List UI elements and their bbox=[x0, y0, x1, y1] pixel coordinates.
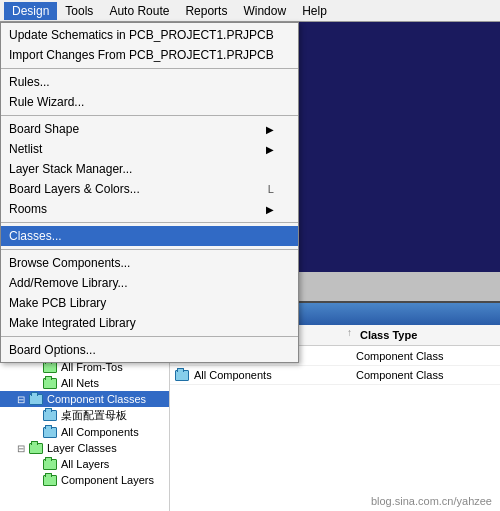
menu-item-netlist[interactable]: Netlist ▶ bbox=[1, 139, 298, 159]
menu-design[interactable]: Design bbox=[4, 2, 57, 20]
expand-icon-3 bbox=[28, 378, 42, 389]
menu-item-rooms[interactable]: Rooms ▶ bbox=[1, 199, 298, 219]
row-icon-1 bbox=[174, 368, 190, 382]
separator-4 bbox=[1, 249, 298, 250]
menu-reports[interactable]: Reports bbox=[177, 2, 235, 20]
tree-label-4: Component Classes bbox=[47, 393, 146, 405]
expand-icon-2 bbox=[28, 362, 42, 373]
expand-icon-7: ⊟ bbox=[14, 443, 28, 454]
menu-item-add-library[interactable]: Add/Remove Library... bbox=[1, 273, 298, 293]
tree-item-component-layers[interactable]: Component Layers bbox=[0, 472, 169, 488]
row-name-1: All Components bbox=[194, 369, 356, 381]
watermark: blog.sina.com.cn/yahzee bbox=[371, 495, 492, 507]
menu-help[interactable]: Help bbox=[294, 2, 335, 20]
expand-icon-6 bbox=[28, 427, 42, 438]
tree-label-6: All Components bbox=[61, 426, 139, 438]
submenu-arrow-rooms: ▶ bbox=[266, 204, 274, 215]
design-dropdown: Update Schematics in PCB_PROJECT1.PRJPCB… bbox=[0, 22, 299, 363]
folder-icon-3 bbox=[42, 376, 58, 390]
dropdown-menu: Update Schematics in PCB_PROJECT1.PRJPCB… bbox=[0, 22, 299, 363]
row-type-1: Component Class bbox=[356, 369, 496, 381]
menu-item-browse-components[interactable]: Browse Components... bbox=[1, 253, 298, 273]
separator-5 bbox=[1, 336, 298, 337]
menu-autoroute[interactable]: Auto Route bbox=[101, 2, 177, 20]
tree-item-desktop-board[interactable]: 桌面配置母板 bbox=[0, 407, 169, 424]
content-row-1[interactable]: All Components Component Class bbox=[170, 366, 500, 385]
expand-icon-9 bbox=[28, 475, 42, 486]
expand-icon-5 bbox=[28, 410, 42, 421]
menubar: Design Tools Auto Route Reports Window H… bbox=[0, 0, 500, 22]
tree-label-3: All Nets bbox=[61, 377, 99, 389]
folder-icon-4 bbox=[28, 392, 44, 406]
folder-icon-6 bbox=[42, 425, 58, 439]
folder-icon-5 bbox=[42, 409, 58, 423]
folder-icon-8 bbox=[42, 457, 58, 471]
menu-item-make-pcb-library[interactable]: Make PCB Library bbox=[1, 293, 298, 313]
tree-item-all-components[interactable]: All Components bbox=[0, 424, 169, 440]
row-type-0: Component Class bbox=[356, 350, 496, 362]
tree-label-5: 桌面配置母板 bbox=[61, 408, 127, 423]
folder-icon-9 bbox=[42, 473, 58, 487]
submenu-arrow-boardshape: ▶ bbox=[266, 124, 274, 135]
menu-item-update-schematics[interactable]: Update Schematics in PCB_PROJECT1.PRJPCB bbox=[1, 25, 298, 45]
separator-3 bbox=[1, 222, 298, 223]
tree-item-component-classes[interactable]: ⊟ Component Classes bbox=[0, 391, 169, 407]
menu-item-make-integrated[interactable]: Make Integrated Library bbox=[1, 313, 298, 333]
tree-item-all-layers[interactable]: All Layers bbox=[0, 456, 169, 472]
tree-label-8: All Layers bbox=[61, 458, 109, 470]
menu-item-rule-wizard[interactable]: Rule Wizard... bbox=[1, 92, 298, 112]
tree-item-all-nets[interactable]: All Nets bbox=[0, 375, 169, 391]
tree-label-9: Component Layers bbox=[61, 474, 154, 486]
shortcut-l: L bbox=[248, 183, 274, 195]
menu-item-board-layers[interactable]: Board Layers & Colors... L bbox=[1, 179, 298, 199]
menu-item-rules[interactable]: Rules... bbox=[1, 72, 298, 92]
separator-1 bbox=[1, 68, 298, 69]
expand-icon-8 bbox=[28, 459, 42, 470]
menu-window[interactable]: Window bbox=[235, 2, 294, 20]
tree-label-7: Layer Classes bbox=[47, 442, 117, 454]
menu-item-board-shape[interactable]: Board Shape ▶ bbox=[1, 119, 298, 139]
menu-item-import-changes[interactable]: Import Changes From PCB_PROJECT1.PRJPCB bbox=[1, 45, 298, 65]
menu-item-board-options[interactable]: Board Options... bbox=[1, 340, 298, 360]
menu-item-classes[interactable]: Classes... bbox=[1, 226, 298, 246]
tree-item-layer-classes[interactable]: ⊟ Layer Classes bbox=[0, 440, 169, 456]
col-header-type: Class Type bbox=[356, 327, 496, 343]
expand-icon-4: ⊟ bbox=[14, 394, 28, 405]
sort-indicator: ↑ bbox=[347, 327, 352, 343]
folder-icon-7 bbox=[28, 441, 44, 455]
separator-2 bbox=[1, 115, 298, 116]
menu-item-layer-stack[interactable]: Layer Stack Manager... bbox=[1, 159, 298, 179]
submenu-arrow-netlist: ▶ bbox=[266, 144, 274, 155]
menu-tools[interactable]: Tools bbox=[57, 2, 101, 20]
